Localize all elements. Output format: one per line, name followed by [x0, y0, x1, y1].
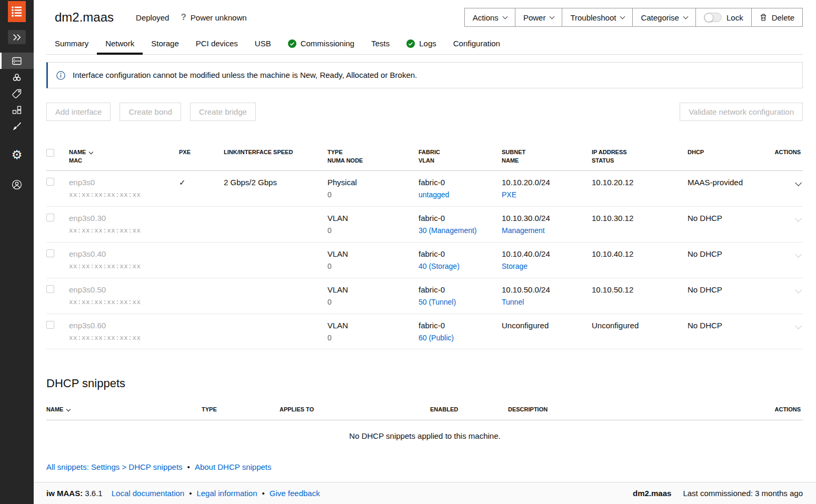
sidebar-item-network[interactable] — [0, 102, 34, 118]
footer-link[interactable]: Local documentation — [112, 489, 184, 498]
tab-storage[interactable]: Storage — [143, 34, 187, 54]
dhcp-snippets-table: NAMETYPEAPPLIES TOENABLEDDESCRIPTIONACTI… — [46, 402, 803, 420]
dhcp-snippets-title: DHCP snippets — [46, 377, 816, 390]
footer-last-commissioned: Last commissioned: 3 months ago — [683, 489, 803, 498]
categorise-dropdown[interactable]: Categorise — [633, 8, 696, 26]
dhcp-snippet-link[interactable]: About DHCP snippets — [195, 462, 272, 471]
sidebar-item-kvm[interactable] — [0, 69, 34, 85]
row-checkbox[interactable] — [46, 321, 54, 329]
vlan-link[interactable]: 50 (Tunnel) — [419, 298, 456, 306]
column-header-name[interactable]: NAMEMAC — [69, 145, 179, 171]
dhcp-column-header-enabled: ENABLED — [430, 402, 508, 420]
row-actions-menu[interactable] — [795, 322, 802, 329]
trash-icon — [760, 13, 767, 22]
actions-dropdown[interactable]: Actions — [465, 8, 515, 26]
dhcp-column-header-name[interactable]: NAME — [46, 402, 202, 420]
app-sidebar: ⚙ — [0, 0, 34, 504]
tab-usb[interactable]: USB — [246, 34, 280, 54]
tab-logs[interactable]: Logs — [398, 34, 445, 54]
interface-mac: xx:xx:xx:xx:xx:xx — [69, 226, 175, 234]
interface-mac: xx:xx:xx:xx:xx:xx — [69, 334, 175, 341]
footer-link[interactable]: Give feedback — [270, 489, 320, 498]
interface-type: VLAN — [327, 321, 414, 330]
create-bridge-button[interactable]: Create bridge — [190, 103, 256, 121]
numa-node: 0 — [327, 190, 414, 199]
ip-address: 10.10.20.12 — [592, 178, 683, 187]
row-checkbox[interactable] — [46, 178, 54, 186]
lock-toggle-switch[interactable] — [704, 13, 722, 22]
maas-logo[interactable] — [8, 1, 26, 22]
add-interface-button[interactable]: Add interface — [46, 103, 111, 121]
sidebar-item-tags[interactable] — [0, 85, 34, 102]
row-actions-menu[interactable] — [795, 287, 802, 294]
dhcp-column-header-type: TYPE — [202, 402, 280, 420]
subnet-name-link[interactable]: Storage — [502, 262, 528, 270]
dhcp-status: MAAS-provided — [688, 178, 749, 187]
interface-type: Physical — [327, 178, 414, 187]
dhcp-snippet-links: All snippets: Settings > DHCP snippets•A… — [46, 462, 816, 471]
vlan-link[interactable]: 30 (Management) — [419, 226, 477, 235]
sidebar-item-account[interactable] — [0, 176, 34, 193]
subnet-name-link[interactable]: PXE — [502, 190, 516, 199]
link-speed: 2 Gbps/2 Gbps — [224, 178, 323, 187]
row-actions-menu[interactable] — [795, 180, 802, 187]
power-dropdown[interactable]: Power — [515, 8, 563, 26]
sidebar-expand-button[interactable] — [8, 30, 26, 44]
dhcp-column-header-applies-to: APPLIES TO — [280, 402, 430, 420]
tab-label: Summary — [55, 39, 88, 48]
tab-pci-devices[interactable]: PCI devices — [187, 34, 246, 54]
sort-chevron-icon[interactable] — [89, 150, 93, 154]
tab-configuration[interactable]: Configuration — [445, 34, 509, 54]
column-label: ACTIONS — [753, 406, 801, 413]
dhcp-empty-message: No DHCP snippets applied to this machine… — [34, 431, 816, 440]
sidebar-item-machines[interactable] — [0, 53, 34, 69]
column-label: NAME — [69, 149, 175, 156]
fabric-name: fabric-0 — [419, 249, 497, 259]
row-checkbox[interactable] — [46, 285, 54, 293]
interface-row: enp3s0.30xx:xx:xx:xx:xx:xxVLAN0fabric-03… — [46, 207, 803, 243]
create-bond-button[interactable]: Create bond — [120, 103, 181, 121]
info-icon — [56, 71, 65, 80]
troubleshoot-dropdown[interactable]: Troubleshoot — [562, 8, 633, 26]
tab-commissioning[interactable]: Commissioning — [280, 34, 363, 54]
interface-row: enp3s0.40xx:xx:xx:xx:xx:xxVLAN0fabric-04… — [46, 242, 803, 278]
column-label: DESCRIPTION — [508, 406, 749, 413]
column-label: PXE — [179, 149, 220, 156]
row-checkbox[interactable] — [46, 249, 54, 257]
interface-mac: xx:xx:xx:xx:xx:xx — [69, 298, 175, 306]
subnet-name-link[interactable]: Tunnel — [502, 298, 524, 306]
troubleshoot-dropdown-label: Troubleshoot — [570, 13, 616, 22]
tab-bar: SummaryNetworkStoragePCI devicesUSBCommi… — [46, 34, 803, 55]
vlan-link[interactable]: 60 (Public) — [419, 334, 454, 342]
tab-summary[interactable]: Summary — [46, 34, 97, 54]
numa-node: 0 — [327, 334, 414, 342]
dhcp-snippet-link[interactable]: All snippets: Settings > DHCP snippets — [46, 462, 183, 471]
row-checkbox[interactable] — [46, 214, 54, 221]
vlan-link[interactable]: 40 (Storage) — [419, 262, 460, 270]
link-separator: • — [187, 462, 190, 471]
tab-label: Commissioning — [301, 39, 355, 48]
interface-row: enp3s0xx:xx:xx:xx:xx:xx✓2 Gbps/2 GbpsPhy… — [46, 171, 803, 207]
interface-row: enp3s0.60xx:xx:xx:xx:xx:xxVLAN0fabric-06… — [46, 314, 803, 349]
sort-chevron-icon[interactable] — [66, 407, 71, 411]
tags-icon — [11, 87, 23, 100]
tab-tests[interactable]: Tests — [363, 34, 398, 54]
subnet-name-link[interactable]: Management — [502, 226, 545, 235]
footer-link[interactable]: Legal information — [196, 489, 257, 498]
interfaces-table: NAMEMACPXELINK/INTERFACE SPEEDTYPENUMA N… — [46, 145, 803, 349]
interface-type: VLAN — [327, 285, 414, 295]
lock-toggle-button[interactable]: Lock — [696, 8, 752, 26]
vlan-link[interactable]: untagged — [419, 190, 449, 199]
column-header-subnet: SUBNETNAME — [502, 145, 592, 171]
interface-type: VLAN — [327, 214, 414, 223]
select-all-checkbox[interactable] — [46, 149, 54, 157]
footer-machine-name: dm2.maas — [633, 489, 671, 498]
double-chevron-right-icon — [12, 33, 22, 42]
validate-network-button[interactable]: Validate network configuration — [680, 103, 803, 121]
row-actions-menu[interactable] — [795, 251, 802, 258]
tab-network[interactable]: Network — [97, 34, 143, 54]
sidebar-item-images[interactable] — [0, 118, 34, 134]
delete-button[interactable]: Delete — [752, 8, 802, 26]
row-actions-menu[interactable] — [795, 215, 802, 222]
sidebar-item-settings[interactable]: ⚙ — [0, 147, 34, 163]
